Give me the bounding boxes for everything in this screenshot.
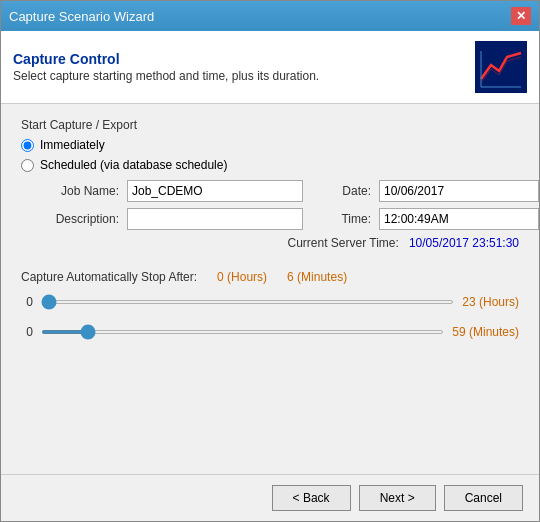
main-content: Start Capture / Export Immediately Sched… [1, 104, 539, 474]
stop-hours-value: 0 (Hours) [217, 270, 267, 284]
minutes-slider-max: 59 (Minutes) [452, 325, 519, 339]
immediately-option[interactable]: Immediately [21, 138, 519, 152]
start-section-label: Start Capture / Export [21, 118, 519, 132]
server-time-label: Current Server Time: [287, 236, 398, 250]
minutes-slider[interactable] [41, 330, 444, 334]
stop-label-row: Capture Automatically Stop After: 0 (Hou… [21, 270, 519, 284]
title-bar: Capture Scenario Wizard ✕ [1, 1, 539, 31]
header-title: Capture Control [13, 51, 319, 67]
hours-slider-row: 0 23 (Hours) [21, 292, 519, 312]
immediately-radio[interactable] [21, 139, 34, 152]
stop-minutes-value: 6 (Minutes) [287, 270, 347, 284]
start-method-group: Immediately Scheduled (via database sche… [21, 138, 519, 172]
hours-slider-max: 23 (Hours) [462, 295, 519, 309]
hours-slider-container [41, 292, 454, 312]
scheduled-option[interactable]: Scheduled (via database schedule) [21, 158, 519, 172]
minutes-slider-row: 0 59 (Minutes) [21, 322, 519, 342]
minutes-slider-container [41, 322, 444, 342]
capture-icon [477, 43, 525, 91]
server-time-row: Current Server Time: 10/05/2017 23:51:30 [39, 236, 519, 250]
header-subtitle: Select capture starting method and time,… [13, 69, 319, 83]
window-title: Capture Scenario Wizard [9, 9, 154, 24]
stop-label: Capture Automatically Stop After: [21, 270, 197, 284]
immediately-label: Immediately [40, 138, 105, 152]
stop-section: Capture Automatically Stop After: 0 (Hou… [21, 270, 519, 342]
close-button[interactable]: ✕ [511, 7, 531, 25]
hours-slider[interactable] [41, 300, 454, 304]
job-name-label: Job Name: [39, 184, 119, 198]
minutes-slider-min: 0 [21, 325, 33, 339]
date-label: Date: [311, 184, 371, 198]
hours-slider-min: 0 [21, 295, 33, 309]
header-section: Capture Control Select capture starting … [1, 31, 539, 104]
description-input[interactable] [127, 208, 303, 230]
scheduled-radio[interactable] [21, 159, 34, 172]
back-button[interactable]: < Back [272, 485, 351, 511]
date-input[interactable] [379, 180, 539, 202]
cancel-button[interactable]: Cancel [444, 485, 523, 511]
footer: < Back Next > Cancel [1, 474, 539, 521]
scheduled-label: Scheduled (via database schedule) [40, 158, 227, 172]
time-label: Time: [311, 212, 371, 226]
description-label: Description: [39, 212, 119, 226]
wizard-window: Capture Scenario Wizard ✕ Capture Contro… [0, 0, 540, 522]
form-grid: Job Name: Date: ▼ Description: Time: ▲ ▼… [39, 180, 519, 250]
time-input-wrapper: ▲ ▼ [379, 208, 519, 230]
server-time-value: 10/05/2017 23:51:30 [409, 236, 519, 250]
date-input-wrapper: ▼ [379, 180, 519, 202]
job-name-input[interactable] [127, 180, 303, 202]
time-input[interactable] [379, 208, 539, 230]
header-icon [475, 41, 527, 93]
header-text: Capture Control Select capture starting … [13, 51, 319, 83]
next-button[interactable]: Next > [359, 485, 436, 511]
